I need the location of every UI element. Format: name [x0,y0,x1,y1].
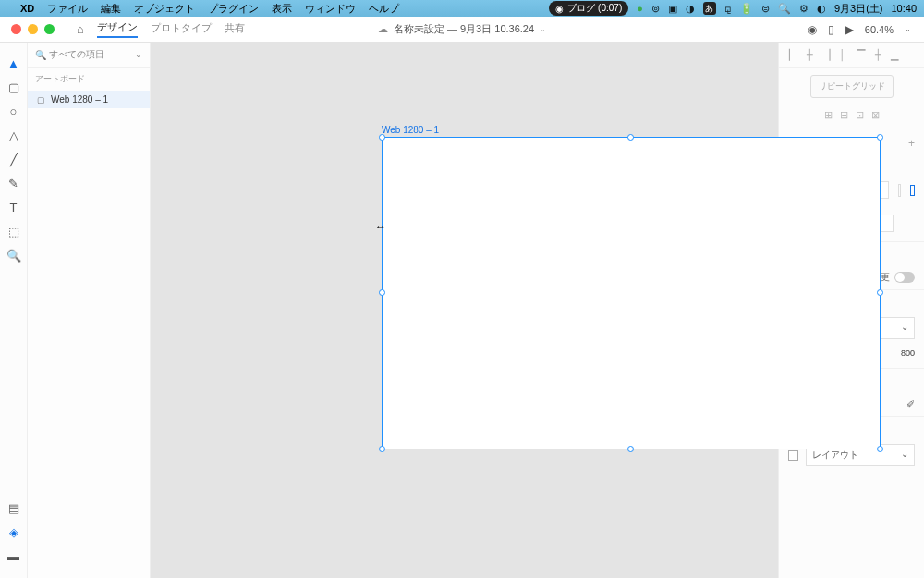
artboard-icon: ▢ [37,95,45,105]
macos-menubar: XD ファイル 編集 オブジェクト プラグイン 表示 ウィンドウ ヘルプ ◉ ブ… [0,0,924,17]
resize-handle[interactable] [627,134,634,141]
home-icon[interactable]: ⌂ [77,22,84,36]
landscape-icon[interactable] [910,185,915,196]
resize-handle[interactable] [877,446,883,452]
repeat-grid-button[interactable]: リピートグリッド [810,75,894,98]
window-close-button[interactable] [11,24,21,34]
doc-dropdown-icon[interactable]: ⌄ [540,25,546,33]
eyedropper-icon[interactable]: ✐ [906,399,915,411]
status-icon[interactable]: ◑ [686,3,695,15]
add-component-icon[interactable]: + [908,137,915,150]
tool-rail: ▲ ▢ ○ △ ╱ ✎ T ⬚ 🔍 ▤ ◈ ▬ [0,43,28,578]
resize-handle[interactable] [379,289,385,296]
text-tool[interactable]: T [5,196,23,218]
window-titlebar: ⌂ デザイン プロトタイプ 共有 ☁ 名称未設定 — 9月3日 10.36.24… [0,17,924,43]
align-center-h-icon[interactable]: ┿ [803,48,816,61]
bool-subtract-icon[interactable]: ⊟ [840,109,848,121]
grid-checkbox[interactable] [788,450,798,461]
battery-icon[interactable]: 🔋 [740,3,753,15]
menu-plugin[interactable]: プラグイン [208,2,259,16]
resize-handle[interactable] [379,446,385,452]
select-tool[interactable]: ▲ [5,52,23,74]
menubar-time[interactable]: 10:40 [891,3,917,14]
align-center-v-icon[interactable]: ┿ [871,48,884,61]
window-zoom-button[interactable] [44,24,55,34]
polygon-tool[interactable]: △ [5,124,23,146]
menu-edit[interactable]: 編集 [101,2,121,16]
cloud-icon: ☁ [378,23,388,35]
resize-handle[interactable] [877,289,883,296]
app-name[interactable]: XD [20,3,34,14]
ellipse-tool[interactable]: ○ [5,100,23,122]
resize-cursor-icon: ↔ [375,220,386,233]
zoom-tool[interactable]: 🔍 [5,244,23,266]
document-title[interactable]: 名称未設定 — 9月3日 10.36.24 [394,22,534,36]
plugins-icon[interactable]: ▬ [5,545,23,567]
artboard-label[interactable]: Web 1280 – 1 [382,125,439,135]
tab-prototype[interactable]: プロトタイプ [151,21,212,37]
grid-type-value: レイアウト [812,449,858,461]
chevron-down-icon: ⌄ [901,449,908,461]
libraries-icon[interactable]: ▤ [5,497,23,519]
bool-intersect-icon[interactable]: ⊡ [856,109,864,121]
blog-timer[interactable]: ◉ ブログ (0:07) [549,1,628,16]
distribute-v-icon[interactable]: ─ [905,48,918,61]
bool-add-icon[interactable]: ⊞ [824,109,833,121]
line-tool[interactable]: ╱ [5,148,23,170]
chevron-down-icon[interactable]: ⌄ [135,50,142,59]
layers-icon[interactable]: ◈ [5,521,23,543]
layers-search[interactable]: 🔍 すべての項目 ⌄ [28,43,150,68]
bool-exclude-icon[interactable]: ⊠ [871,109,880,121]
portrait-icon[interactable] [898,184,902,197]
layer-item[interactable]: ▢ Web 1280 – 1 [28,91,150,108]
align-left-icon[interactable]: ▏ [786,48,799,61]
status-icon[interactable]: ▣ [668,3,677,15]
wifi-icon[interactable]: ⊜ [761,3,770,15]
viewport-height-value[interactable]: 800 [901,349,915,361]
play-preview-icon[interactable]: ▶ [845,23,854,36]
menu-help[interactable]: ヘルプ [369,2,399,16]
artboard-tool[interactable]: ⬚ [5,220,23,242]
chevron-down-icon: ⌄ [901,322,908,335]
status-icon[interactable]: ⊚ [651,3,660,15]
distribute-h-icon[interactable]: │ [836,48,849,61]
window-minimize-button[interactable] [28,24,38,34]
resize-handle[interactable] [627,446,634,452]
align-right-icon[interactable]: ▕ [820,48,833,61]
resize-handle[interactable] [379,134,385,141]
rectangle-tool[interactable]: ▢ [5,76,23,98]
status-icon[interactable]: ◐ [817,3,826,15]
spotlight-icon[interactable]: 🔍 [778,3,791,15]
canvas[interactable]: Web 1280 – 1 ↔ [151,43,778,578]
menu-window[interactable]: ウィンドウ [305,2,356,16]
menu-view[interactable]: 表示 [272,2,292,16]
bluetooth-icon[interactable]: ⚼ [724,3,732,15]
mobile-preview-icon[interactable]: ▯ [828,23,834,36]
zoom-dropdown-icon[interactable]: ⌄ [905,25,911,33]
pen-tool[interactable]: ✎ [5,172,23,194]
layers-section-header: アートボード [28,68,150,91]
menu-file[interactable]: ファイル [47,2,88,16]
tab-share[interactable]: 共有 [225,21,245,37]
artboard[interactable] [382,137,881,449]
align-bottom-icon[interactable]: ▁ [888,48,901,61]
menu-object[interactable]: オブジェクト [134,2,195,16]
zoom-level[interactable]: 60.4% [865,24,894,35]
layer-item-label: Web 1280 – 1 [51,94,108,105]
search-icon: 🔍 [35,50,46,60]
menubar-date[interactable]: 9月3日(土) [834,2,883,16]
status-icon[interactable]: ● [637,3,643,14]
responsive-toggle[interactable] [894,272,915,283]
tab-design[interactable]: デザイン [97,20,138,38]
resize-handle[interactable] [877,134,883,141]
control-center-icon[interactable]: ⚙ [799,3,808,15]
profile-icon[interactable]: ◉ [808,23,817,36]
input-source-icon[interactable]: あ [703,2,716,15]
align-top-icon[interactable]: ▔ [855,48,868,61]
alignment-row: ▏ ┿ ▕ │ ▔ ┿ ▁ ─ [779,43,924,68]
layers-search-label: すべての項目 [49,48,104,61]
boolean-ops: ⊞ ⊟ ⊡ ⊠ [779,105,924,129]
layers-panel: 🔍 すべての項目 ⌄ アートボード ▢ Web 1280 – 1 [28,43,151,578]
